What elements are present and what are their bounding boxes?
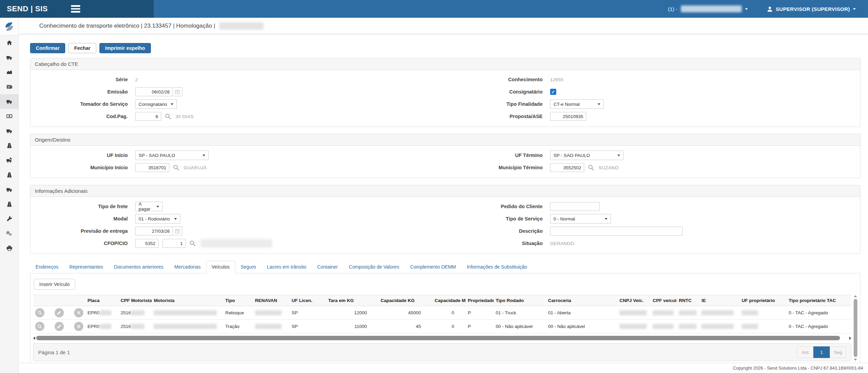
uf-inicio-select[interactable]: SP - SAO PAULO bbox=[135, 150, 209, 160]
sidebar bbox=[0, 18, 19, 373]
municipio-termino-search-icon[interactable] bbox=[588, 164, 594, 171]
tab-lacres[interactable]: Lacres em trânsito bbox=[262, 261, 312, 273]
sidebar-item-print[interactable] bbox=[0, 241, 18, 256]
descricao-input[interactable] bbox=[550, 227, 683, 235]
toolbar: Confirmar Fechar Imprimir espelho bbox=[30, 43, 860, 53]
next-page-button[interactable]: Seg bbox=[830, 346, 846, 358]
sidebar-item-road-2[interactable] bbox=[0, 168, 18, 182]
municipio-inicio-input[interactable] bbox=[135, 163, 169, 172]
previsao-calendar-icon[interactable] bbox=[173, 227, 182, 235]
tab-container[interactable]: Container bbox=[312, 261, 344, 273]
vehicle-row: EPR0 2516 Reboque SP 12000 45000 0 P 01 … bbox=[33, 306, 851, 320]
tab-seguro[interactable]: Seguro bbox=[235, 261, 262, 273]
sidebar-item-truck-night[interactable] bbox=[0, 153, 18, 168]
close-button[interactable]: Fechar bbox=[68, 43, 96, 53]
vertical-scroll-thumb[interactable] bbox=[854, 299, 857, 357]
scroll-right-icon[interactable] bbox=[849, 336, 851, 340]
proposta-input[interactable] bbox=[550, 112, 586, 121]
sidebar-item-truck-2[interactable] bbox=[0, 124, 18, 138]
area-chart-icon bbox=[6, 69, 12, 75]
vehicles-table: Placa CPF Motorista Motorista Tipo RENAV… bbox=[33, 295, 851, 333]
chevron-down-icon bbox=[745, 8, 748, 10]
municipio-inicio-search-icon[interactable] bbox=[173, 164, 179, 171]
sidebar-item-chart[interactable] bbox=[0, 65, 18, 80]
tomador-select[interactable]: Consignatario bbox=[135, 99, 177, 109]
scroll-down-icon[interactable] bbox=[854, 359, 857, 361]
newspaper-icon bbox=[6, 84, 12, 90]
modal-select[interactable]: 01 - Rodoviário bbox=[135, 214, 180, 224]
pedido-cliente-input[interactable] bbox=[550, 202, 600, 211]
uf-termino-select[interactable]: SP - SAO PAULO bbox=[550, 150, 624, 160]
tab-composicao-valores[interactable]: Composição de Valores bbox=[344, 261, 405, 273]
sidebar-item-money[interactable] bbox=[0, 109, 18, 124]
topbar: SEND | SIS (1) - SUPERVISOR (SUPERVISOR) bbox=[0, 0, 868, 18]
sidebar-item-home[interactable] bbox=[0, 35, 18, 50]
row-view-button[interactable] bbox=[35, 308, 44, 317]
codpag-search-icon[interactable] bbox=[165, 113, 171, 119]
sidebar-item-tools[interactable] bbox=[0, 212, 18, 226]
sidebar-item-truck-1[interactable] bbox=[0, 50, 18, 65]
renavan-redacted bbox=[255, 324, 282, 329]
tipo-finalidade-select[interactable]: CT-e Normal bbox=[550, 99, 604, 109]
column-header: CPF veículo bbox=[650, 295, 677, 306]
pedido-cliente-label: Pedido do Cliente bbox=[445, 204, 543, 209]
vertical-scrollbar[interactable] bbox=[853, 295, 858, 361]
tab-enderecos[interactable]: Endereços bbox=[30, 261, 64, 273]
hamburger-menu-icon[interactable] bbox=[71, 5, 80, 13]
cio-input[interactable] bbox=[163, 239, 186, 248]
current-page-button[interactable]: 1 bbox=[813, 346, 830, 358]
modal-label: Modal bbox=[30, 216, 128, 221]
tab-documentos-anteriores[interactable]: Documentos anteriores bbox=[109, 261, 169, 273]
insert-vehicle-button[interactable]: Inserir Veículo bbox=[34, 279, 75, 290]
tipo-servico-select[interactable]: 0 - Normal bbox=[550, 214, 611, 224]
tab-mercadorias[interactable]: Mercadorias bbox=[169, 261, 206, 273]
tab-representantes[interactable]: Representantes bbox=[64, 261, 109, 273]
page-header: Conhecimento de transporte eletrônico | … bbox=[19, 18, 868, 34]
column-header: Tara em KG bbox=[326, 295, 378, 306]
app-logo[interactable] bbox=[0, 18, 18, 35]
road-icon bbox=[6, 143, 12, 148]
emissao-calendar-icon[interactable] bbox=[173, 87, 182, 96]
row-edit-button[interactable] bbox=[55, 308, 64, 317]
uf-termino-label: UF Término bbox=[445, 153, 543, 158]
horizontal-scrollbar[interactable] bbox=[33, 335, 851, 341]
prev-page-button[interactable]: Ant bbox=[797, 346, 813, 358]
sidebar-item-truck-active[interactable] bbox=[0, 94, 18, 109]
sidebar-item-road-3[interactable] bbox=[0, 197, 18, 212]
road-icon bbox=[6, 172, 12, 178]
truck-icon bbox=[6, 187, 12, 192]
row-delete-button[interactable] bbox=[74, 322, 83, 331]
sidebar-item-settings[interactable] bbox=[0, 226, 18, 241]
company-selector[interactable]: (1) - bbox=[668, 5, 748, 12]
row-view-button[interactable] bbox=[35, 322, 44, 331]
column-header: Capacidade KG bbox=[378, 295, 432, 306]
scroll-left-icon[interactable] bbox=[33, 336, 35, 340]
user-menu[interactable]: SUPERVISOR (SUPERVISOR) bbox=[767, 6, 856, 12]
tipo-frete-select[interactable]: A pagar bbox=[135, 202, 163, 211]
previsao-input[interactable] bbox=[135, 227, 173, 235]
sidebar-item-news[interactable] bbox=[0, 80, 18, 94]
page-title: Conhecimento de transporte eletrônico | … bbox=[39, 23, 215, 29]
cfop-input[interactable] bbox=[135, 239, 158, 248]
municipio-termino-input[interactable] bbox=[550, 163, 584, 172]
confirm-button[interactable]: Confirmar bbox=[30, 43, 65, 53]
tab-info-substituicao[interactable]: Informações de Substituição bbox=[461, 261, 533, 273]
tab-complemento-demm[interactable]: Complemento DEMM bbox=[405, 261, 461, 273]
codpag-description: 30 DIAS bbox=[176, 114, 194, 119]
row-edit-button[interactable] bbox=[55, 322, 64, 331]
person-icon bbox=[767, 6, 773, 12]
horizontal-scroll-thumb[interactable] bbox=[36, 336, 840, 340]
codpag-input[interactable] bbox=[135, 112, 161, 121]
emissao-input[interactable] bbox=[135, 87, 173, 96]
print-mirror-button[interactable]: Imprimir espelho bbox=[99, 43, 151, 53]
tomador-label: Tomador do Serviço bbox=[30, 101, 128, 107]
scroll-up-icon[interactable] bbox=[854, 295, 857, 297]
sidebar-item-road-1[interactable] bbox=[0, 138, 18, 153]
sidebar-item-truck-3[interactable] bbox=[0, 182, 18, 197]
row-delete-button[interactable] bbox=[74, 308, 83, 317]
chevron-down-icon bbox=[171, 103, 173, 105]
tab-veiculos[interactable]: Veículos bbox=[206, 261, 235, 273]
cfop-search-icon[interactable] bbox=[190, 240, 196, 246]
consignatario-checkbox[interactable] bbox=[550, 89, 556, 95]
actions-column-header bbox=[33, 295, 85, 306]
